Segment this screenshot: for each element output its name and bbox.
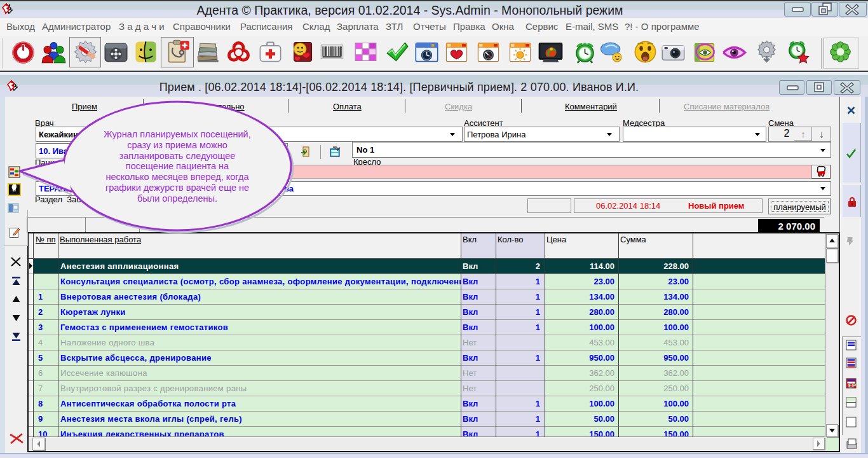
svg-text:EP: EP: [848, 382, 856, 389]
